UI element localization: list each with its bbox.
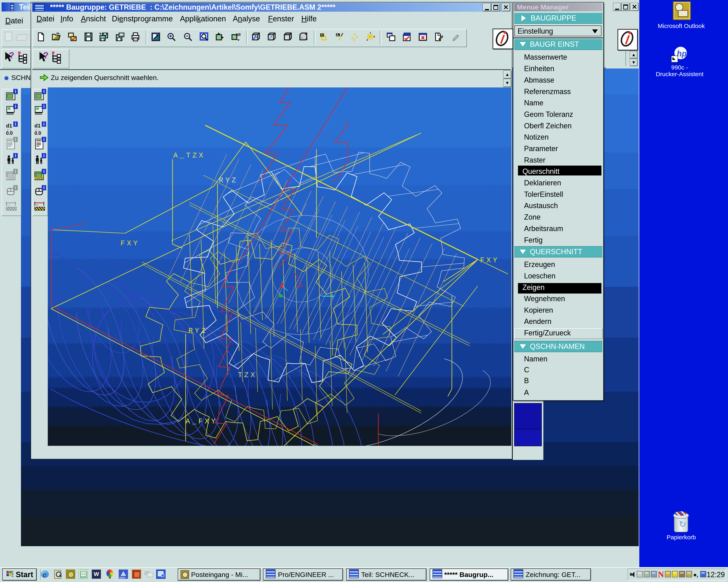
svg-text:FXY: FXY: [480, 256, 499, 265]
svg-text:x: x: [373, 35, 375, 38]
svg-text:z: z: [367, 38, 368, 41]
svg-text:A.1: A.1: [336, 33, 341, 36]
svg-text:RYZ: RYZ: [188, 327, 208, 335]
svg-text:FXY: FXY: [121, 239, 140, 247]
svg-text:RYZ: RYZ: [219, 176, 238, 185]
svg-text:?: ?: [43, 51, 49, 60]
svg-text:A_FXY: A_FXY: [186, 417, 217, 426]
svg-text:D: D: [321, 33, 323, 37]
svg-text:x: x: [353, 37, 356, 42]
svg-text:AB: AB: [236, 33, 240, 37]
svg-text:x: x: [356, 35, 358, 39]
svg-text:A_TZX: A_TZX: [173, 152, 205, 160]
svg-text:Y: Y: [369, 32, 371, 34]
svg-text:?: ?: [9, 51, 14, 60]
svg-text:TZX: TZX: [238, 371, 257, 379]
